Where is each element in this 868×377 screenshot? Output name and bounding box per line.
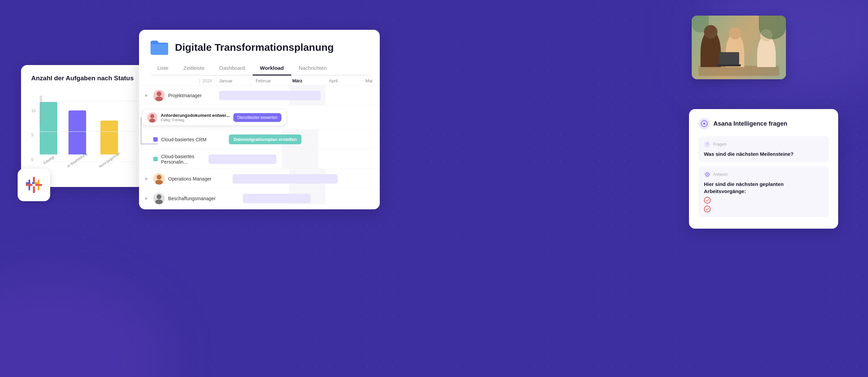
photo-card: [692, 16, 786, 79]
tab-liste[interactable]: Liste: [150, 62, 176, 76]
project-title-row: Digitale Transformationsplanung: [150, 39, 369, 56]
tab-nachrichten[interactable]: Nachrichten: [291, 62, 334, 76]
ai-answer-label-row: Antwort: [704, 171, 823, 178]
gantt-row-1: [216, 86, 380, 105]
main-workload-card: Digitale Transformationsplanung Liste Ze…: [139, 30, 380, 209]
svg-point-23: [704, 123, 705, 125]
check-icon-2: [704, 206, 711, 212]
expand-arrow-3: ▶: [145, 137, 151, 142]
answer-icon: [704, 171, 711, 178]
avatar-projektmanager: [153, 90, 165, 101]
row-name-beschaffung: Beschaffungsmanager: [168, 196, 216, 201]
expand-arrow-1[interactable]: ▶: [145, 93, 151, 98]
svg-point-18: [157, 175, 161, 180]
photo-inner: [692, 16, 786, 79]
y-axis-label: Aufgabenanzahl: [39, 96, 43, 123]
timeline-row-projektmanager: ▶ Projektmanager: [139, 86, 380, 105]
svg-point-20: [157, 194, 161, 199]
expand-arrow-4: ▶: [145, 157, 151, 161]
folder-icon: [150, 39, 169, 56]
row-name-projektmanager: Projektmanager: [168, 93, 216, 98]
ai-card: Asana Intelligence fragen ? Fragen Was s…: [689, 109, 838, 229]
row-name-crm: Cloud-basiertes CRM: [161, 137, 209, 142]
y-tick-0: 0: [31, 157, 36, 162]
dot-crm: [153, 137, 158, 142]
project-name: Digitale Transformationsplanung: [175, 42, 334, 53]
avatar-operations: [153, 173, 165, 185]
timeline-row-beschaffung: ▶ Beschaffungsmanager: [139, 189, 380, 204]
ai-answer-section: Antwort Hier sind die nächsten geplanten…: [698, 166, 829, 217]
tab-bar: Liste Zeitleiste Dashboard Workload Nach…: [150, 62, 369, 76]
ai-title-row: Asana Intelligence fragen: [698, 118, 829, 129]
ai-question-section: ? Fragen Was sind die nächsten Meilenste…: [698, 136, 829, 162]
timeline-months: Januar Februar März April Mai: [219, 78, 380, 83]
svg-point-16: [150, 114, 154, 118]
gantt-bar-5: [233, 174, 338, 184]
gantt-bar-6: [243, 194, 311, 203]
month-januar: Januar: [219, 78, 256, 83]
tableau-logo: [18, 169, 50, 201]
month-april: April: [329, 78, 366, 83]
y-tick-5: 5: [31, 133, 36, 138]
svg-rect-10: [35, 182, 39, 184]
svg-point-17: [149, 119, 155, 123]
gantt-row-3: Datenmigrationsplan erstellen: [209, 130, 380, 149]
gantt-bar-4: [209, 154, 276, 164]
task-bubble: Anforderungsdokument entwer... Fällig: F…: [142, 110, 286, 125]
task-bubble-title: Anforderungsdokument entwer...: [161, 113, 230, 118]
chart-title: Anzahl der Aufgaben nach Status: [31, 75, 146, 82]
question-label: Fragen: [713, 142, 727, 147]
dienstleister-button[interactable]: Dienstleister bewerten: [233, 113, 282, 122]
y-tick-10: 10: [31, 108, 36, 113]
question-icon: ?: [704, 141, 711, 148]
svg-point-19: [155, 180, 163, 185]
task-bubble-avatar: [147, 112, 157, 123]
month-februar: Februar: [256, 78, 292, 83]
expand-arrow-6[interactable]: ▶: [145, 196, 151, 201]
month-mai: Mai: [366, 78, 380, 83]
tableau-icon: [24, 175, 43, 194]
svg-rect-1: [33, 186, 35, 193]
question-text: Was sind die nächsten Meilensteine?: [704, 150, 823, 158]
dot-personal: [153, 157, 158, 161]
svg-point-13: [155, 97, 163, 101]
timeline-row-personal: ▶ Cloud-basiertes Personalin...: [139, 149, 380, 169]
timeline-year: 2024: [199, 79, 212, 83]
timeline-header: 2024 Januar Februar März April Mai: [139, 76, 380, 86]
gantt-row-4: [209, 149, 380, 169]
ai-icon: [698, 118, 710, 129]
svg-rect-5: [28, 186, 30, 190]
check-row-1: [704, 197, 823, 204]
bar-yellow: [100, 121, 118, 154]
row-name-personal: Cloud-basiertes Personalin...: [161, 154, 209, 165]
timeline-row-operations: ▶ Operations Manager: [139, 169, 380, 189]
tab-workload[interactable]: Workload: [253, 62, 291, 76]
ai-question-label-row: ? Fragen: [704, 141, 823, 148]
row-name-operations: Operations Manager: [168, 176, 216, 182]
task-bubble-info: Anforderungsdokument entwer... Fällig: F…: [161, 113, 230, 122]
gantt-row-5: [216, 169, 380, 188]
svg-rect-9: [38, 186, 39, 190]
ai-title-text: Asana Intelligence fragen: [713, 120, 787, 127]
avatar-beschaffung: [153, 193, 165, 204]
task-bubble-due: Fällig: Freitag: [161, 118, 230, 122]
svg-point-12: [157, 91, 161, 96]
card-header: Digitale Transformationsplanung Liste Ze…: [139, 30, 380, 76]
gantt-bar-1a: [219, 91, 321, 100]
answer-label: Antwort: [713, 172, 727, 177]
check-row-2: [704, 206, 823, 212]
timeline-row-task-bubble: ▶ Anforderungsdokument entwer... Fällig:…: [139, 105, 380, 130]
bar-purple: [68, 110, 86, 154]
chip-datenmigrationsplan: Datenmigrationsplan erstellen: [229, 134, 301, 144]
tab-dashboard[interactable]: Dashboard: [212, 62, 253, 76]
svg-point-21: [155, 200, 163, 204]
bar-nichtbegonnen: Nicht begonnen: [97, 121, 122, 162]
month-marz: März: [292, 78, 329, 83]
gantt-row-6: [216, 189, 380, 204]
check-icon-1: [704, 197, 711, 204]
bar-inbearbeitung: In Bearbeitung: [65, 110, 88, 162]
timeline-area: 2024 Januar Februar März April Mai ▶ Pro…: [139, 76, 380, 204]
answer-text: Hier sind die nächsten geplanten Arbeits…: [704, 181, 823, 195]
tab-zeitleiste[interactable]: Zeitleiste: [176, 62, 212, 76]
expand-arrow-5[interactable]: ▶: [145, 176, 151, 181]
